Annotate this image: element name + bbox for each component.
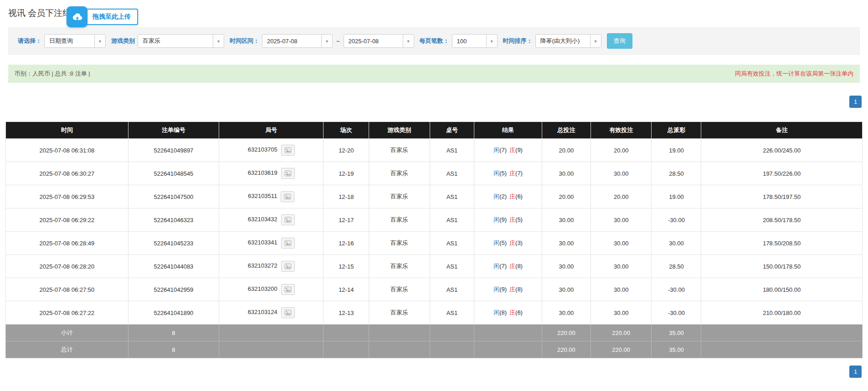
cell-table-no: AS1 [430, 301, 474, 325]
view-round-image-button[interactable] [281, 168, 295, 179]
col-valid-bet: 有效投注 [591, 122, 651, 139]
date-from-value: 2025-07-08 [262, 38, 302, 45]
banker-result-label: 庄 [509, 147, 515, 153]
cell-game-type: 百家乐 [369, 255, 430, 278]
total-valid-bet: 220.00 [591, 341, 651, 358]
cell-payout: 19.00 [652, 139, 701, 162]
cell-session: 12-20 [324, 139, 369, 162]
filter-bar: 请选择： 日期查询 ▾ 游戏类别 百家乐 ▾ 时间区间： 2025-07-08 … [8, 27, 860, 55]
cell-note: 226.00/245.00 [701, 139, 863, 162]
page-1-button[interactable]: 1 [849, 96, 862, 108]
subtotal-count: 8 [128, 325, 219, 341]
total-empty-cell [474, 341, 542, 358]
col-result: 结果 [474, 122, 542, 139]
player-result-value: (9) [499, 286, 507, 293]
cell-session: 12-13 [324, 301, 369, 325]
cell-total-bet[interactable]: 30.00 [542, 255, 591, 278]
cell-session: 12-17 [324, 208, 369, 232]
cell-total-bet[interactable]: 20.00 [542, 185, 591, 208]
cell-time: 2025-07-08 06:31:08 [6, 139, 128, 162]
cell-round-id: 632103341 [219, 232, 324, 255]
cell-note: 180.00/150.00 [701, 278, 863, 301]
photo-icon [284, 263, 292, 269]
banker-result-label: 庄 [509, 239, 515, 246]
date-from-select[interactable]: 2025-07-08 ▾ [262, 34, 333, 48]
col-round-id: 局号 [219, 122, 324, 139]
banker-result-label: 庄 [509, 286, 515, 293]
cell-note: 208.50/178.50 [701, 208, 863, 232]
col-bet-id: 注单编号 [128, 122, 219, 139]
player-result-value: (5) [499, 170, 507, 177]
cell-total-bet[interactable]: 30.00 [542, 278, 591, 301]
cell-total-bet[interactable]: 30.00 [542, 162, 591, 185]
date-to-select[interactable]: 2025-07-08 ▾ [344, 34, 414, 48]
sort-order-select[interactable]: 降幂(由大到小) ▾ [535, 34, 601, 48]
cell-total-bet[interactable]: 30.00 [542, 301, 591, 325]
bet-records-table: 时间 注单编号 局号 场次 游戏类别 桌号 结果 总投注 有效投注 总派彩 备注… [5, 122, 863, 358]
upload-dropzone-tooltip[interactable]: 拖拽至此上传 [67, 6, 138, 27]
page-header: 视讯 会员下注纪录 拖拽至此上传 [0, 0, 868, 25]
cell-total-bet[interactable]: 20.00 [542, 139, 591, 162]
player-result-value: (5) [499, 239, 507, 246]
cell-session: 12-15 [324, 255, 369, 278]
banker-result-label: 庄 [509, 309, 515, 316]
view-round-image-button[interactable] [281, 307, 295, 318]
cell-note: 197.50/226.00 [701, 162, 863, 185]
page-size-select[interactable]: 100 ▾ [452, 34, 498, 48]
player-result-label: 闲 [493, 170, 499, 177]
cell-table-no: AS1 [430, 232, 474, 255]
table-row: 2025-07-08 06:31:08 522641049897 6321037… [6, 139, 863, 162]
view-round-image-button[interactable] [281, 284, 295, 295]
cell-table-no: AS1 [430, 162, 474, 185]
cell-session: 12-14 [324, 278, 369, 301]
table-row: 2025-07-08 06:29:53 522641047500 6321035… [6, 185, 863, 208]
player-result-value: (8) [499, 309, 507, 316]
sort-order-label: 时间排序： [503, 37, 533, 45]
col-table-no: 桌号 [430, 122, 474, 139]
cell-valid-bet: 30.00 [591, 232, 651, 255]
view-round-image-button[interactable] [281, 214, 295, 225]
cell-bet-id: 522641046323 [128, 208, 219, 232]
cell-valid-bet: 20.00 [591, 185, 651, 208]
total-empty-cell [369, 341, 430, 358]
cell-session: 12-18 [324, 185, 369, 208]
cell-table-no: AS1 [430, 139, 474, 162]
player-result-value: (7) [499, 147, 507, 153]
query-type-select[interactable]: 日期查询 ▾ [44, 34, 106, 48]
cell-total-bet[interactable]: 30.00 [542, 232, 591, 255]
round-id-text: 632103511 [248, 193, 277, 199]
cell-bet-id: 522641044083 [128, 255, 219, 278]
view-round-image-button[interactable] [281, 238, 295, 249]
player-result-label: 闲 [493, 239, 499, 246]
view-round-image-button[interactable] [281, 261, 295, 272]
cell-session: 12-19 [324, 162, 369, 185]
game-type-select[interactable]: 百家乐 ▾ [138, 34, 224, 48]
subtotal-empty-cell [219, 325, 324, 341]
col-session: 场次 [324, 122, 369, 139]
upload-tooltip-label: 拖拽至此上传 [92, 13, 131, 20]
date-range-tilde: ~ [336, 38, 340, 45]
cell-total-bet[interactable]: 30.00 [542, 208, 591, 232]
total-payout: 35.00 [652, 341, 701, 358]
cell-table-no: AS1 [430, 278, 474, 301]
cell-table-no: AS1 [430, 208, 474, 232]
search-button[interactable]: 查询 [607, 33, 632, 49]
player-result-label: 闲 [493, 286, 499, 293]
view-round-image-button[interactable] [281, 145, 295, 156]
banker-result-label: 庄 [509, 216, 515, 223]
cell-round-id: 632103432 [219, 208, 324, 232]
photo-icon [284, 286, 292, 293]
cell-game-type: 百家乐 [369, 232, 430, 255]
summary-warning-text: 同局有效投注，统一计算在该局第一张注单内 [735, 70, 853, 78]
total-label: 总计 [6, 341, 128, 358]
subtotal-row: 小计 8 220.00 220.00 35.00 [6, 325, 863, 341]
total-empty-cell [324, 341, 369, 358]
subtotal-valid-bet: 220.00 [591, 325, 651, 341]
total-row: 总计 8 220.00 220.00 35.00 [6, 341, 863, 358]
page-1-button[interactable]: 1 [849, 366, 862, 378]
pagination-top: 1 [6, 96, 862, 108]
player-result-value: (2) [499, 193, 507, 200]
round-id-text: 632103432 [248, 216, 277, 223]
view-round-image-button[interactable] [281, 191, 294, 202]
table-body: 2025-07-08 06:31:08 522641049897 6321037… [6, 139, 863, 325]
